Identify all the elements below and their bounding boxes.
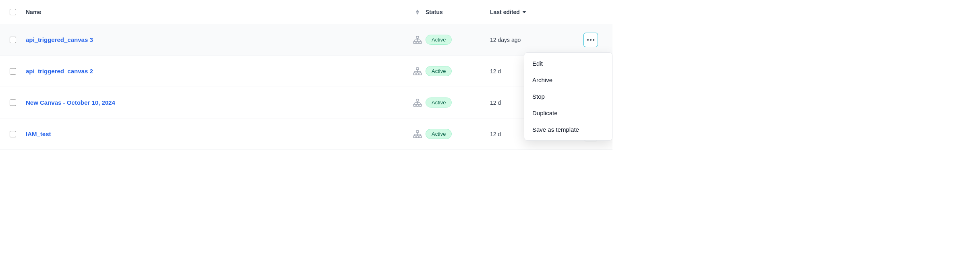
- row-1-status: Active: [426, 35, 490, 45]
- table-row: api_triggered_canvas 2 Active 12 d: [0, 56, 612, 87]
- hierarchy-svg-icon: [413, 67, 422, 76]
- dot-icon: [593, 39, 594, 41]
- row-2-status: Active: [426, 66, 490, 76]
- last-edited-header-label: Last edited: [490, 9, 520, 15]
- row-2-checkbox-wrap[interactable]: [10, 68, 26, 75]
- row-2-status-badge: Active: [426, 66, 452, 76]
- sort-arrows-icon: [416, 10, 419, 15]
- row-4-name[interactable]: IAM_test: [26, 131, 409, 138]
- svg-rect-10: [413, 73, 416, 75]
- context-menu-stop[interactable]: Stop: [524, 88, 612, 105]
- status-header-label: Status: [426, 9, 443, 15]
- sort-down-icon: [416, 12, 419, 15]
- name-header-label: Name: [26, 9, 41, 15]
- row-2-name-link[interactable]: api_triggered_canvas 2: [26, 68, 93, 75]
- row-3-status: Active: [426, 97, 490, 108]
- svg-rect-21: [419, 104, 421, 106]
- row-3-checkbox[interactable]: [10, 99, 16, 106]
- svg-rect-29: [416, 136, 419, 138]
- row-3-hierarchy-icon: [409, 98, 426, 107]
- row-1-name[interactable]: api_triggered_canvas 3: [26, 36, 409, 44]
- row-1-more-options-button[interactable]: [583, 33, 598, 47]
- hierarchy-svg-icon: [413, 98, 422, 107]
- svg-rect-2: [416, 41, 419, 44]
- svg-rect-19: [413, 104, 416, 106]
- row-2-name[interactable]: api_triggered_canvas 2: [26, 68, 409, 75]
- svg-rect-12: [419, 73, 421, 75]
- context-menu-archive[interactable]: Archive: [524, 72, 612, 88]
- name-column-header: Name: [26, 8, 409, 16]
- row-1-actions[interactable]: [579, 33, 603, 47]
- svg-rect-0: [416, 36, 419, 38]
- context-menu-edit[interactable]: Edit: [524, 55, 612, 72]
- table-row: api_triggered_canvas 3 Active 12 days ag…: [0, 24, 612, 56]
- svg-rect-28: [413, 136, 416, 138]
- hierarchy-svg-icon: [413, 35, 422, 44]
- row-3-name-link[interactable]: New Canvas - October 10, 2024: [26, 99, 115, 106]
- row-1-last-edited: 12 days ago: [490, 37, 579, 43]
- row-2-hierarchy-icon: [409, 67, 426, 76]
- row-1-name-link[interactable]: api_triggered_canvas 3: [26, 36, 93, 43]
- last-edited-sort-icon: [522, 11, 526, 13]
- row-2-checkbox[interactable]: [10, 68, 16, 75]
- sort-up-icon: [416, 10, 419, 12]
- svg-rect-11: [416, 73, 419, 75]
- row-3-status-badge: Active: [426, 97, 452, 108]
- select-all-checkbox[interactable]: [10, 9, 16, 15]
- row-1-checkbox[interactable]: [10, 37, 16, 43]
- context-menu: Edit Archive Stop Duplicate Save as temp…: [524, 52, 612, 141]
- dot-icon: [587, 39, 589, 41]
- status-column-header: Status: [426, 8, 490, 16]
- svg-rect-9: [416, 68, 419, 70]
- hierarchy-svg-icon: [413, 130, 422, 139]
- row-4-status-badge: Active: [426, 129, 452, 139]
- row-1-checkbox-wrap[interactable]: [10, 37, 26, 43]
- last-edited-column-header[interactable]: Last edited: [490, 9, 579, 15]
- sort-icon-header[interactable]: [409, 10, 426, 15]
- table-header: Name Status Last edited: [0, 0, 612, 24]
- svg-rect-3: [419, 41, 421, 44]
- row-4-status: Active: [426, 129, 490, 139]
- context-menu-duplicate[interactable]: Duplicate: [524, 105, 612, 121]
- svg-rect-27: [416, 131, 419, 133]
- row-3-checkbox-wrap[interactable]: [10, 99, 26, 106]
- row-4-checkbox[interactable]: [10, 131, 16, 137]
- svg-rect-18: [416, 99, 419, 101]
- row-4-name-link[interactable]: IAM_test: [26, 131, 51, 137]
- row-1-hierarchy-icon: [409, 35, 426, 44]
- svg-rect-20: [416, 104, 419, 106]
- row-1-status-badge: Active: [426, 35, 452, 45]
- row-4-hierarchy-icon: [409, 130, 426, 139]
- dot-icon: [590, 39, 592, 41]
- context-menu-save-as-template[interactable]: Save as template: [524, 121, 612, 138]
- row-4-checkbox-wrap[interactable]: [10, 131, 26, 137]
- select-all-checkbox-wrap[interactable]: [10, 9, 26, 15]
- table-row: New Canvas - October 10, 2024 Active 12 …: [0, 87, 612, 118]
- row-3-name[interactable]: New Canvas - October 10, 2024: [26, 99, 409, 106]
- svg-rect-1: [413, 41, 416, 44]
- svg-rect-30: [419, 136, 421, 138]
- canvas-table: Name Status Last edited api_triggered_ca…: [0, 0, 612, 150]
- table-row: IAM_test Active 12 d: [0, 118, 612, 150]
